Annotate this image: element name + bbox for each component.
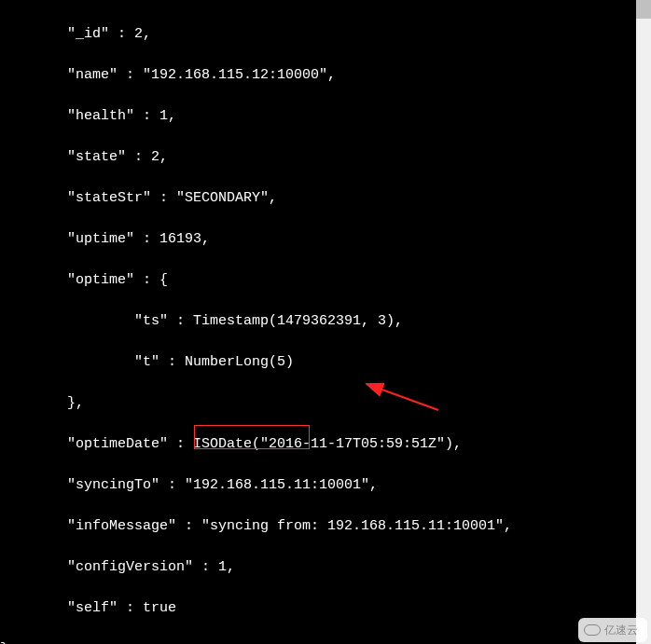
code-line: },: [0, 639, 651, 644]
code-line: "optime" : {: [0, 270, 651, 291]
code-line: "configVersion" : 1,: [0, 557, 651, 578]
code-line: },: [0, 393, 651, 414]
scrollbar-thumb[interactable]: [636, 0, 651, 19]
code-line: "state" : 2,: [0, 147, 651, 168]
code-line: "_id" : 2,: [0, 24, 651, 45]
code-line: "self" : true: [0, 598, 651, 619]
code-line: "t" : NumberLong(5): [0, 352, 651, 373]
code-line: "infoMessage" : "syncing from: 192.168.1…: [0, 516, 651, 537]
vertical-scrollbar[interactable]: [636, 0, 651, 644]
code-line: "ts" : Timestamp(1479362391, 3),: [0, 311, 651, 332]
terminal-output: "_id" : 2, "name" : "192.168.115.12:1000…: [0, 0, 651, 644]
code-line: "name" : "192.168.115.12:10000",: [0, 65, 651, 86]
code-line: "uptime" : 16193,: [0, 229, 651, 250]
watermark-text: 亿速云: [604, 620, 638, 640]
code-line: "stateStr" : "SECONDARY",: [0, 188, 651, 209]
code-line: "syncingTo" : "192.168.115.11:10001",: [0, 475, 651, 496]
code-line: "optimeDate" : ISODate("2016-11-17T05:59…: [0, 434, 651, 455]
watermark-badge: 亿速云: [578, 618, 647, 642]
cloud-icon: [584, 624, 601, 636]
code-line: "health" : 1,: [0, 106, 651, 127]
